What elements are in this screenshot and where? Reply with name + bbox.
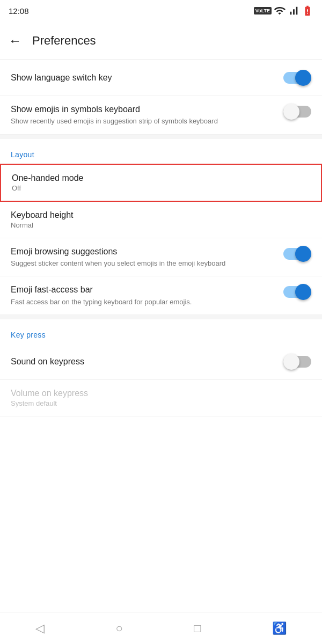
emoji-fast-access-row: Emoji fast-access bar Fast access bar on…	[0, 276, 322, 315]
section-divider-1	[0, 135, 322, 139]
volume-on-keypress-item: Volume on keypress System default	[0, 380, 322, 416]
sound-on-keypress-row: Sound on keypress	[0, 344, 322, 380]
one-handed-mode-value: Off	[12, 184, 310, 192]
emoji-fast-access-subtitle: Fast access bar on the typing keyboard f…	[11, 297, 275, 307]
show-language-switch-key-label: Show language switch key	[11, 72, 275, 84]
emoji-browsing-toggle[interactable]	[283, 246, 311, 262]
page-title: Preferences	[32, 34, 96, 48]
back-button[interactable]: ←	[9, 33, 21, 48]
show-emojis-subtitle: Show recently used emojis in suggestion …	[11, 116, 275, 126]
section-divider-2	[0, 315, 322, 319]
volume-on-keypress-value: System default	[11, 399, 311, 407]
keyboard-height-value: Normal	[11, 221, 311, 229]
toggle-thumb	[283, 354, 299, 370]
wifi-icon	[274, 5, 286, 17]
show-language-switch-key-toggle[interactable]	[283, 70, 311, 86]
emoji-browsing-subtitle: Suggest sticker content when you select …	[11, 259, 275, 268]
sound-on-keypress-toggle[interactable]	[283, 354, 311, 370]
toggle-thumb	[295, 284, 311, 300]
status-bar: 12:08 VoLTE	[0, 0, 322, 21]
nav-home-button[interactable]: ○	[116, 621, 123, 635]
toggle-thumb	[295, 246, 311, 262]
sound-on-keypress-label: Sound on keypress	[11, 356, 275, 368]
show-emojis-label: Show emojis in symbols keyboard	[11, 104, 275, 115]
nav-back-button[interactable]: ◁	[35, 621, 45, 635]
layout-section-header: Layout	[0, 139, 322, 164]
one-handed-mode-label: One-handed mode	[12, 173, 310, 183]
toggle-thumb	[295, 70, 311, 86]
nav-recents-button[interactable]: □	[194, 621, 201, 635]
emoji-fast-access-toggle[interactable]	[283, 284, 311, 300]
app-bar: ← Preferences	[0, 21, 322, 60]
volume-on-keypress-label: Volume on keypress	[11, 389, 311, 398]
layout-header-text: Layout	[11, 150, 34, 159]
settings-content: Show language switch key Show emojis in …	[0, 60, 322, 416]
emoji-browsing-label: Emoji browsing suggestions	[11, 246, 275, 258]
show-language-switch-key-row: Show language switch key	[0, 60, 322, 96]
emoji-fast-access-label: Emoji fast-access bar	[11, 284, 275, 296]
signal-icon	[288, 5, 299, 17]
toggle-thumb	[283, 104, 299, 120]
show-emojis-in-symbols-row: Show emojis in symbols keyboard Show rec…	[0, 96, 322, 135]
show-emojis-toggle[interactable]	[283, 104, 311, 120]
key-press-section-header: Key press	[0, 319, 322, 344]
keyboard-height-label: Keyboard height	[11, 210, 311, 220]
emoji-browsing-row: Emoji browsing suggestions Suggest stick…	[0, 238, 322, 277]
battery-icon	[302, 5, 313, 17]
one-handed-mode-item[interactable]: One-handed mode Off	[0, 164, 322, 202]
status-icons: VoLTE	[254, 5, 313, 17]
keyboard-height-item[interactable]: Keyboard height Normal	[0, 202, 322, 238]
nav-bar: ◁ ○ □ ♿	[0, 612, 322, 644]
volte-icon: VoLTE	[254, 7, 272, 14]
nav-accessibility-button[interactable]: ♿	[272, 621, 287, 635]
status-time: 12:08	[9, 6, 29, 16]
key-press-header-text: Key press	[11, 331, 46, 339]
